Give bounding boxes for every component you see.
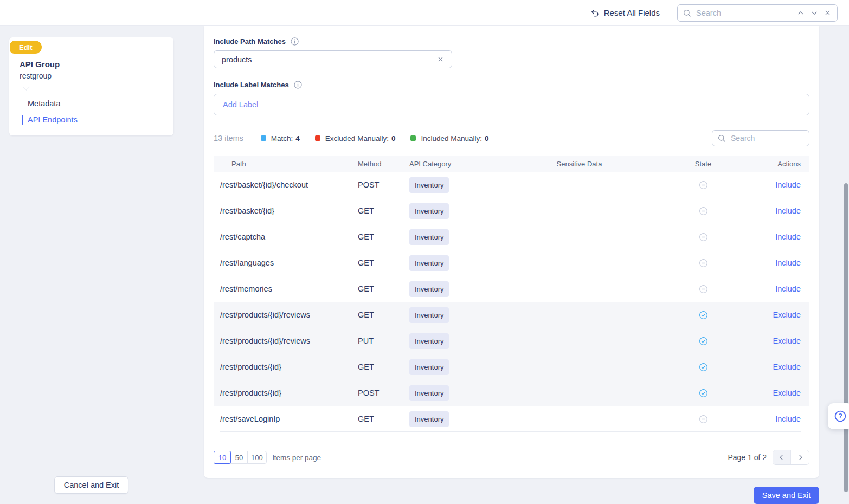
table-row: /rest/memories GET Inventory Include	[214, 276, 809, 302]
row-path: /rest/memories	[214, 285, 358, 293]
global-search-input[interactable]	[695, 8, 788, 18]
api-category-chip: Inventory	[409, 177, 449, 193]
chevron-left-icon	[778, 454, 786, 461]
page-size-button-100[interactable]: 100	[247, 451, 267, 464]
table-row: /rest/saveLoginIp GET Inventory Include	[214, 406, 809, 432]
row-method: GET	[358, 363, 409, 371]
api-category-chip: Inventory	[409, 333, 449, 349]
legend-label: Match:	[271, 134, 293, 143]
column-header: Path	[214, 160, 358, 168]
row-path: /rest/saveLoginIp	[214, 415, 358, 423]
api-category-chip: Inventory	[409, 385, 449, 401]
table-row: /rest/basket/{id}/checkout POST Inventor…	[214, 172, 809, 198]
table-header: PathMethodAPI CategorySensitive DataStat…	[214, 156, 809, 172]
legend-value: 4	[295, 134, 300, 143]
label-matches-field	[214, 94, 809, 115]
search-icon	[683, 9, 691, 17]
legend: Match: 4 Excluded Manually: 0 Included M…	[261, 134, 489, 143]
row-method: PUT	[358, 337, 409, 345]
chevron-down-icon	[811, 9, 818, 17]
clear-path-button[interactable]	[436, 55, 445, 64]
edit-mode-badge: Edit	[10, 41, 42, 54]
legend-item: Excluded Manually: 0	[315, 134, 396, 143]
items-count: 13 items	[214, 134, 243, 143]
api-category-chip: Inventory	[409, 307, 449, 323]
row-path: /rest/products/{id}/reviews	[214, 337, 358, 345]
row-method: GET	[358, 259, 409, 267]
table-search-box	[712, 130, 809, 146]
divider-notch	[23, 83, 30, 91]
row-action-link[interactable]: Include	[775, 180, 801, 189]
minus-circle-icon	[699, 415, 708, 424]
column-header: API Category	[409, 160, 491, 168]
global-search-box	[677, 4, 838, 22]
row-path: /rest/captcha	[214, 232, 358, 241]
table-row: /rest/basket/{id} GET Inventory Include	[214, 198, 809, 224]
reset-icon	[590, 8, 600, 17]
include-label-matches-label: Include Label Matches	[214, 80, 809, 89]
reset-all-fields-button[interactable]: Reset All Fields	[587, 8, 663, 18]
minus-circle-icon	[699, 285, 708, 294]
find-next-button[interactable]	[809, 8, 819, 18]
page-nav	[773, 450, 809, 465]
legend-value: 0	[485, 134, 489, 143]
table-body: /rest/basket/{id}/checkout POST Inventor…	[214, 172, 809, 432]
help-button[interactable]: ?	[828, 403, 849, 429]
legend-label: Excluded Manually:	[325, 134, 389, 143]
summary-row: 13 items Match: 4 Excluded Manually: 0 I…	[214, 130, 809, 146]
next-page-button[interactable]	[791, 450, 809, 464]
page-size-button-50[interactable]: 50	[230, 451, 248, 464]
save-button[interactable]: Save and Exit	[754, 487, 819, 504]
row-path: /rest/languages	[214, 259, 358, 267]
sidebar-item-metadata[interactable]: Metadata	[28, 98, 60, 109]
api-category-chip: Inventory	[409, 281, 449, 297]
table-search-input[interactable]	[730, 133, 804, 143]
row-action-link[interactable]: Include	[775, 206, 801, 215]
close-icon	[824, 9, 831, 16]
pagination-bar: 1050100 items per page Page 1 of 2	[214, 450, 809, 465]
legend-item: Included Manually: 0	[410, 134, 488, 143]
add-label-input[interactable]	[222, 100, 801, 109]
row-action-link[interactable]: Exclude	[773, 389, 801, 397]
reset-label: Reset All Fields	[604, 8, 660, 17]
find-previous-button[interactable]	[796, 8, 806, 18]
row-action-link[interactable]: Include	[775, 259, 801, 267]
row-action-link[interactable]: Include	[775, 415, 801, 423]
check-circle-icon	[699, 363, 708, 372]
api-endpoints-panel: Include Path Matches Include Label Match…	[204, 26, 819, 478]
row-action-link[interactable]: Exclude	[773, 311, 801, 319]
row-path: /rest/products/{id}	[214, 363, 358, 371]
column-header: Actions	[738, 160, 809, 168]
legend-swatch	[261, 135, 266, 141]
column-header: Method	[358, 160, 409, 168]
column-header: Sensitive Data	[491, 160, 668, 168]
field-label-text: Include Path Matches	[214, 37, 286, 46]
minus-circle-icon	[699, 232, 708, 242]
row-action-link[interactable]: Exclude	[773, 337, 801, 345]
row-action-link[interactable]: Exclude	[773, 363, 801, 371]
vertical-scrollbar-thumb[interactable]	[844, 183, 848, 492]
page-size-group: 1050100	[214, 451, 267, 464]
clear-search-button[interactable]	[823, 8, 832, 17]
sidebar-item-api-endpoints[interactable]: API Endpoints	[28, 114, 78, 125]
divider	[792, 9, 792, 17]
info-icon[interactable]	[291, 37, 299, 46]
row-method: GET	[358, 311, 409, 319]
table-row: /rest/products/{id}/reviews PUT Inventor…	[214, 328, 809, 354]
path-matches-field	[214, 50, 452, 68]
row-method: GET	[358, 206, 409, 215]
api-category-chip: Inventory	[409, 203, 449, 219]
path-matches-input[interactable]	[221, 55, 436, 64]
api-category-chip: Inventory	[409, 229, 449, 245]
legend-value: 0	[391, 134, 396, 143]
cancel-button[interactable]: Cancel and Exit	[54, 476, 128, 494]
info-icon[interactable]	[294, 81, 302, 89]
table-row: /rest/products/{id} GET Inventory Exclud…	[214, 354, 809, 380]
row-action-link[interactable]: Include	[775, 232, 801, 241]
row-action-link[interactable]: Include	[775, 285, 801, 293]
check-circle-icon	[699, 337, 708, 346]
chevron-up-icon	[797, 9, 805, 17]
previous-page-button[interactable]	[773, 450, 791, 464]
row-path: /rest/products/{id}	[214, 389, 358, 397]
page-size-button-10[interactable]: 10	[214, 451, 231, 464]
